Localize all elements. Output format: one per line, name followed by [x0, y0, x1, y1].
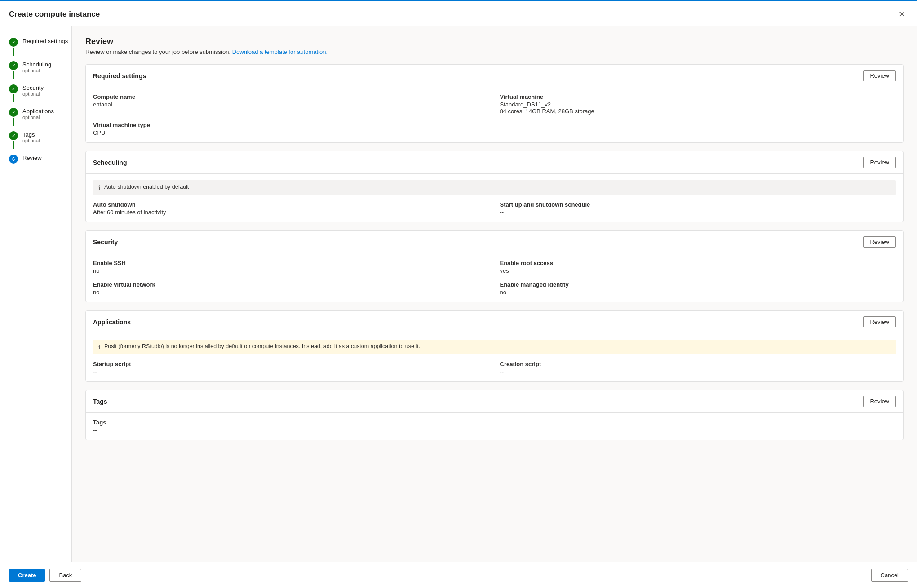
security-card: Security Review Enable SSH no Enable roo…	[85, 230, 904, 302]
tags-label: Tags	[93, 419, 489, 426]
security-body: Enable SSH no Enable root access yes Ena…	[86, 253, 903, 302]
enable-vnet-label: Enable virtual network	[93, 281, 489, 288]
step-number-icon: 6	[9, 155, 18, 164]
required-settings-card: Required settings Review Compute name en…	[85, 64, 904, 143]
enable-vnet-value: no	[93, 289, 489, 296]
vm-type-value: CPU	[93, 129, 489, 136]
sidebar-sublabel-tags: optional	[22, 138, 40, 143]
sidebar-item-tags[interactable]: ✓ Tags optional	[9, 128, 71, 152]
close-button[interactable]: ✕	[896, 8, 908, 21]
info-icon: ℹ	[98, 344, 101, 351]
scheduling-title: Scheduling	[93, 159, 127, 166]
auto-shutdown-notice: ℹ Auto shutdown enabled by default	[93, 180, 896, 195]
startup-shutdown-schedule-label: Start up and shutdown schedule	[500, 201, 896, 208]
auto-shutdown-field: Auto shutdown After 60 minutes of inacti…	[93, 201, 489, 216]
sidebar-sublabel-scheduling: optional	[22, 68, 51, 73]
tags-value: --	[93, 427, 489, 433]
auto-shutdown-label: Auto shutdown	[93, 201, 489, 208]
sidebar-label-applications: Applications	[22, 108, 54, 115]
enable-ssh-field: Enable SSH no	[93, 260, 489, 274]
sidebar: ✓ Required settings ✓ Scheduling optiona…	[0, 26, 72, 562]
dialog-title: Create compute instance	[9, 10, 100, 19]
sidebar-label-review: Review	[22, 155, 42, 161]
automation-link[interactable]: Download a template for automation.	[232, 49, 328, 55]
posit-notice: ℹ Posit (formerly RStudio) is no longer …	[93, 340, 896, 354]
startup-shutdown-schedule-value: --	[500, 209, 896, 216]
creation-script-label: Creation script	[500, 361, 896, 367]
scheduling-grid: Auto shutdown After 60 minutes of inacti…	[93, 201, 896, 216]
applications-card: Applications Review ℹ Posit (formerly RS…	[85, 310, 904, 382]
creation-script-value: --	[500, 368, 896, 375]
required-settings-header: Required settings Review	[86, 65, 903, 87]
auto-shutdown-value: After 60 minutes of inactivity	[93, 209, 489, 216]
vm-type-field: Virtual machine type CPU	[93, 122, 489, 136]
security-grid: Enable SSH no Enable root access yes Ena…	[93, 260, 896, 296]
vm-type-label: Virtual machine type	[93, 122, 489, 128]
check-icon: ✓	[9, 108, 18, 117]
startup-script-value: --	[93, 368, 489, 375]
required-settings-title: Required settings	[93, 72, 146, 80]
required-settings-grid: Compute name entaoai Virtual machine Sta…	[93, 93, 896, 136]
tags-field: Tags --	[93, 419, 489, 433]
dialog-footer: Create Back Cancel	[0, 562, 917, 588]
scheduling-header: Scheduling Review	[86, 151, 903, 174]
required-settings-body: Compute name entaoai Virtual machine Sta…	[86, 87, 903, 142]
compute-name-field: Compute name entaoai	[93, 93, 489, 115]
sidebar-label-security: Security	[22, 84, 44, 91]
virtual-machine-value: Standard_DS11_v284 cores, 14GB RAM, 28GB…	[500, 101, 896, 115]
applications-header: Applications Review	[86, 311, 903, 333]
sidebar-label-scheduling: Scheduling	[22, 61, 51, 68]
enable-managed-identity-field: Enable managed identity no	[500, 281, 896, 296]
sidebar-label-required-settings: Required settings	[22, 38, 68, 44]
sidebar-item-review[interactable]: 6 Review	[9, 152, 71, 166]
check-icon: ✓	[9, 38, 18, 47]
applications-title: Applications	[93, 318, 131, 326]
sidebar-item-scheduling[interactable]: ✓ Scheduling optional	[9, 58, 71, 82]
tags-grid: Tags --	[93, 419, 896, 433]
enable-ssh-value: no	[93, 267, 489, 274]
check-icon: ✓	[9, 131, 18, 140]
review-title: Review	[85, 37, 904, 46]
applications-body: ℹ Posit (formerly RStudio) is no longer …	[86, 333, 903, 381]
tags-title: Tags	[93, 398, 107, 405]
enable-managed-identity-value: no	[500, 289, 896, 296]
auto-shutdown-notice-text: Auto shutdown enabled by default	[104, 184, 189, 190]
required-settings-review-button[interactable]: Review	[863, 70, 896, 81]
tags-header: Tags Review	[86, 390, 903, 413]
tags-card: Tags Review Tags --	[85, 390, 904, 440]
check-icon: ✓	[9, 61, 18, 70]
enable-managed-identity-label: Enable managed identity	[500, 281, 896, 288]
sidebar-item-security[interactable]: ✓ Security optional	[9, 82, 71, 105]
compute-name-label: Compute name	[93, 93, 489, 100]
footer-left: Create Back	[9, 569, 81, 582]
posit-notice-text: Posit (formerly RStudio) is no longer in…	[104, 343, 420, 349]
security-header: Security Review	[86, 231, 903, 253]
sidebar-item-applications[interactable]: ✓ Applications optional	[9, 105, 71, 128]
tags-review-button[interactable]: Review	[863, 396, 896, 407]
enable-root-access-value: yes	[500, 267, 896, 274]
startup-shutdown-schedule-field: Start up and shutdown schedule --	[500, 201, 896, 216]
security-review-button[interactable]: Review	[863, 236, 896, 248]
scheduling-body: ℹ Auto shutdown enabled by default Auto …	[86, 174, 903, 222]
startup-script-field: Startup script --	[93, 361, 489, 375]
virtual-machine-label: Virtual machine	[500, 93, 896, 100]
create-button[interactable]: Create	[9, 569, 45, 582]
scheduling-review-button[interactable]: Review	[863, 157, 896, 168]
review-subtitle-text: Review or make changes to your job befor…	[85, 49, 230, 55]
applications-grid: Startup script -- Creation script --	[93, 361, 896, 375]
enable-root-access-field: Enable root access yes	[500, 260, 896, 274]
info-icon: ℹ	[98, 184, 101, 191]
scheduling-card: Scheduling Review ℹ Auto shutdown enable…	[85, 151, 904, 222]
back-button[interactable]: Back	[49, 569, 81, 582]
tags-body: Tags --	[86, 413, 903, 440]
startup-script-label: Startup script	[93, 361, 489, 367]
sidebar-item-required-settings[interactable]: ✓ Required settings	[9, 35, 71, 58]
applications-review-button[interactable]: Review	[863, 316, 896, 327]
check-icon: ✓	[9, 84, 18, 93]
cancel-button[interactable]: Cancel	[871, 569, 908, 582]
review-header: Review Review or make changes to your jo…	[85, 37, 904, 55]
enable-root-access-label: Enable root access	[500, 260, 896, 266]
main-content: Review Review or make changes to your jo…	[72, 26, 917, 562]
security-title: Security	[93, 239, 118, 246]
review-subtitle: Review or make changes to your job befor…	[85, 49, 904, 55]
